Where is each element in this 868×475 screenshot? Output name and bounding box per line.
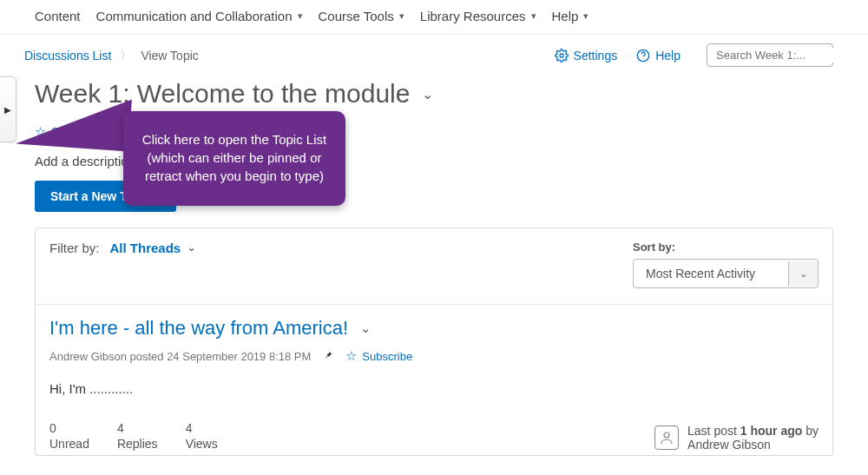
settings-label: Settings <box>574 49 618 63</box>
gear-icon <box>555 49 569 63</box>
breadcrumb: Discussions List 〉 View Topic <box>24 48 199 63</box>
top-nav: Content Communication and Collaboration▾… <box>0 0 868 35</box>
chevron-down-icon: ▾ <box>399 10 404 22</box>
pin-icon <box>323 349 333 364</box>
last-post-info: Last post 1 hour ago by Andrew Gibson <box>654 424 819 452</box>
crumb-discussions-list[interactable]: Discussions List <box>24 49 111 63</box>
chevron-down-icon[interactable]: ⌄ <box>788 261 818 287</box>
stat-replies[interactable]: 4Replies <box>117 420 158 452</box>
chevron-down-icon[interactable]: ⌄ <box>422 86 433 102</box>
toolbar-row: Discussions List 〉 View Topic Settings H… <box>0 35 868 67</box>
stat-unread: 0Unread <box>49 420 89 452</box>
chevron-down-icon: ▾ <box>531 10 536 22</box>
thread-item: I'm here - all the way from America! ⌄ A… <box>36 305 832 455</box>
subscribe-label: Subscribe <box>362 350 412 363</box>
page-title: Week 1: Welcome to the module ⌄ <box>35 79 833 109</box>
nav-course-tools[interactable]: Course Tools▾ <box>319 9 404 23</box>
help-label: Help <box>655 49 681 63</box>
crumb-separator-icon: 〉 <box>120 48 132 63</box>
help-icon <box>636 49 650 63</box>
help-link[interactable]: Help <box>636 49 681 63</box>
star-icon: ☆ <box>345 348 357 364</box>
settings-link[interactable]: Settings <box>555 49 618 63</box>
callout-pointer <box>16 92 132 152</box>
filter-dropdown[interactable]: All Threads ⌄ <box>110 241 196 255</box>
sort-value: Most Recent Activity <box>634 260 788 287</box>
crumb-current: View Topic <box>141 49 198 63</box>
thread-title-link[interactable]: I'm here - all the way from America! ⌄ <box>49 317 819 340</box>
svg-point-0 <box>560 54 563 57</box>
chevron-down-icon: ▾ <box>298 10 303 22</box>
chevron-down-icon: ▾ <box>583 10 589 22</box>
nav-help[interactable]: Help▾ <box>552 9 589 23</box>
panel-header: Filter by: All Threads ⌄ Sort by: Most R… <box>36 228 832 305</box>
sort-select[interactable]: Most Recent Activity ⌄ <box>633 259 819 288</box>
avatar-icon <box>654 426 679 450</box>
chevron-down-icon[interactable]: ⌄ <box>360 320 372 336</box>
chevron-down-icon: ⌄ <box>187 242 195 254</box>
search-input[interactable] <box>714 48 864 63</box>
sort-label: Sort by: <box>633 241 819 254</box>
tutorial-callout: Click here to open the Topic List (which… <box>123 111 345 206</box>
filter-label: Filter by: <box>49 241 100 255</box>
nav-communication[interactable]: Communication and Collaboration▾ <box>96 9 303 23</box>
stat-views: 4Views <box>186 420 218 452</box>
nav-library[interactable]: Library Resources▾ <box>420 9 536 23</box>
search-box[interactable] <box>707 43 833 67</box>
topic-list-toggle[interactable]: ▶ <box>0 76 16 142</box>
thread-panel: Filter by: All Threads ⌄ Sort by: Most R… <box>35 228 833 456</box>
nav-content[interactable]: Content <box>35 9 81 23</box>
svg-point-5 <box>664 432 669 438</box>
thread-body: Hi, I'm ............ <box>49 381 819 396</box>
thread-subscribe[interactable]: ☆ Subscribe <box>345 348 412 364</box>
thread-meta: Andrew Gibson posted 24 September 2019 8… <box>49 350 311 363</box>
